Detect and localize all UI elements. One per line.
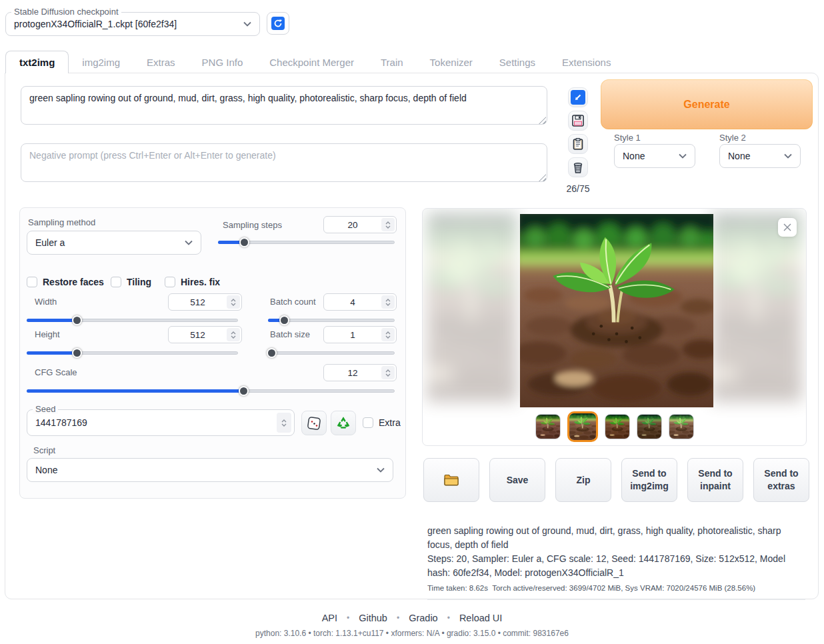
random-seed-button[interactable] bbox=[301, 411, 327, 435]
batch-size-label: Batch size bbox=[270, 329, 310, 339]
checkbox-icon[interactable] bbox=[363, 417, 373, 428]
tab-checkpoint-merger[interactable]: Checkpoint Merger bbox=[256, 51, 367, 73]
tab-extensions[interactable]: Extensions bbox=[549, 51, 624, 73]
generate-button[interactable]: Generate bbox=[601, 79, 813, 129]
stepper-icon[interactable] bbox=[227, 328, 240, 341]
height-input[interactable]: 512 bbox=[168, 326, 242, 343]
send-to-img2img-button[interactable]: Send to img2img bbox=[621, 458, 677, 502]
sampling-steps-slider[interactable] bbox=[218, 237, 395, 247]
negative-prompt-input[interactable] bbox=[21, 143, 547, 182]
tab-img2img[interactable]: img2img bbox=[69, 51, 133, 73]
refresh-icon bbox=[271, 17, 285, 30]
hires-fix-checkbox[interactable]: Hires. fix bbox=[165, 277, 220, 287]
style2-dropdown[interactable]: None bbox=[719, 144, 801, 168]
tiling-checkbox[interactable]: Tiling bbox=[111, 277, 151, 287]
footer-link-reload-ui[interactable]: Reload UI bbox=[459, 613, 502, 623]
checkpoint-label: Stable Diffusion checkpoint bbox=[11, 7, 121, 17]
folder-icon bbox=[443, 473, 459, 487]
send-to-inpaint-button[interactable]: Send to inpaint bbox=[687, 458, 743, 502]
refresh-checkpoints-button[interactable] bbox=[267, 12, 289, 35]
save-style-button[interactable] bbox=[568, 111, 588, 131]
stepper-icon[interactable] bbox=[381, 218, 395, 231]
tab-train[interactable]: Train bbox=[367, 51, 417, 73]
generation-settings-panel: Sampling method Euler a Sampling steps 2… bbox=[19, 207, 406, 499]
dice-icon bbox=[307, 416, 321, 431]
stable-diffusion-webui: Stable Diffusion checkpoint protogenX34O… bbox=[0, 0, 824, 644]
close-gallery-button[interactable] bbox=[778, 218, 797, 237]
seed-label: Seed bbox=[33, 404, 58, 414]
paste-generation-params-button[interactable] bbox=[568, 87, 588, 107]
sampling-steps-label: Sampling steps bbox=[223, 220, 282, 230]
tab-tokenizer[interactable]: Tokenizer bbox=[417, 51, 486, 73]
checkpoint-dropdown[interactable]: Stable Diffusion checkpoint protogenX34O… bbox=[5, 12, 260, 36]
stepper-icon[interactable] bbox=[277, 413, 291, 433]
sampling-method-label: Sampling method bbox=[28, 217, 95, 227]
checkbox-icon[interactable] bbox=[111, 277, 121, 287]
generation-info: green sapling rowing out of ground, mud,… bbox=[427, 524, 805, 600]
footer-link-github[interactable]: Github bbox=[359, 613, 387, 623]
chevron-down-icon bbox=[185, 240, 193, 245]
floppy-disk-icon bbox=[571, 114, 585, 127]
batch-count-slider[interactable] bbox=[268, 315, 395, 325]
style1-dropdown[interactable]: None bbox=[614, 144, 695, 168]
cfg-scale-slider[interactable] bbox=[27, 386, 395, 396]
batch-size-input[interactable]: 1 bbox=[323, 326, 397, 343]
bullet-separator: • bbox=[447, 613, 450, 623]
stepper-icon[interactable] bbox=[227, 295, 240, 309]
open-folder-button[interactable] bbox=[423, 458, 479, 502]
chevron-down-icon bbox=[377, 467, 385, 473]
seed-input[interactable]: Seed 1441787169 bbox=[27, 409, 295, 436]
script-label: Script bbox=[33, 445, 55, 455]
output-gallery bbox=[422, 208, 807, 446]
tab-txt2img[interactable]: txt2img bbox=[5, 51, 69, 73]
height-slider[interactable] bbox=[27, 348, 238, 358]
width-input[interactable]: 512 bbox=[168, 293, 242, 311]
reuse-seed-button[interactable] bbox=[331, 411, 356, 435]
sampling-steps-input[interactable]: 20 bbox=[323, 216, 397, 233]
batch-count-label: Batch count bbox=[270, 297, 316, 307]
stepper-icon[interactable] bbox=[381, 366, 395, 379]
clear-prompt-button[interactable] bbox=[568, 157, 588, 177]
bullet-separator: • bbox=[347, 613, 349, 623]
zip-button[interactable]: Zip bbox=[555, 458, 611, 502]
generation-info-performance: Time taken: 8.62s Torch active/reserved:… bbox=[427, 583, 805, 600]
checkbox-icon[interactable] bbox=[27, 277, 37, 287]
footer-link-api[interactable]: API bbox=[322, 613, 337, 623]
send-to-extras-button[interactable]: Send to extras bbox=[753, 458, 809, 502]
tab-settings[interactable]: Settings bbox=[486, 51, 549, 73]
width-slider[interactable] bbox=[27, 315, 238, 325]
close-icon bbox=[783, 223, 792, 232]
thumbnail-3[interactable] bbox=[605, 414, 630, 439]
checkbox-icon[interactable] bbox=[165, 277, 175, 287]
clipboard-icon bbox=[571, 137, 585, 151]
txt2img-panel: green sapling rowing out of ground, mud,… bbox=[5, 73, 819, 599]
stepper-icon[interactable] bbox=[381, 328, 395, 341]
thumbnail-5[interactable] bbox=[669, 414, 694, 439]
seed-value: 1441787169 bbox=[35, 417, 277, 428]
thumbnail-1[interactable] bbox=[535, 414, 561, 439]
batch-size-slider[interactable] bbox=[268, 348, 395, 358]
apply-style-button[interactable] bbox=[568, 134, 588, 154]
thumbnail-2-selected[interactable] bbox=[567, 411, 598, 442]
extra-seed-checkbox[interactable]: Extra bbox=[363, 417, 401, 428]
chevron-down-icon bbox=[784, 153, 792, 159]
stepper-icon[interactable] bbox=[381, 295, 395, 309]
footer-link-gradio[interactable]: Gradio bbox=[409, 613, 438, 623]
tab-bar: txt2img img2img Extras PNG Info Checkpoi… bbox=[5, 51, 624, 73]
tab-png-info[interactable]: PNG Info bbox=[189, 51, 257, 73]
checkpoint-value: protogenX34OfficialR_1.ckpt [60fe2f34] bbox=[14, 19, 177, 29]
footer-links: API • Github • Gradio • Reload UI bbox=[0, 613, 824, 623]
width-label: Width bbox=[35, 297, 57, 307]
save-button[interactable]: Save bbox=[489, 458, 545, 502]
sampling-method-dropdown[interactable]: Euler a bbox=[27, 231, 201, 255]
restore-faces-checkbox[interactable]: Restore faces bbox=[27, 277, 104, 287]
tab-extras[interactable]: Extras bbox=[133, 51, 189, 73]
cfg-scale-input[interactable]: 12 bbox=[323, 364, 397, 381]
batch-count-input[interactable]: 4 bbox=[323, 293, 397, 311]
script-dropdown[interactable]: None bbox=[27, 458, 393, 482]
cfg-scale-label: CFG Scale bbox=[35, 367, 77, 377]
style2-label: Style 2 bbox=[719, 133, 746, 143]
thumbnail-4[interactable] bbox=[637, 414, 662, 439]
prompt-input[interactable]: green sapling rowing out of ground, mud,… bbox=[21, 86, 547, 125]
generated-image[interactable] bbox=[520, 214, 713, 407]
